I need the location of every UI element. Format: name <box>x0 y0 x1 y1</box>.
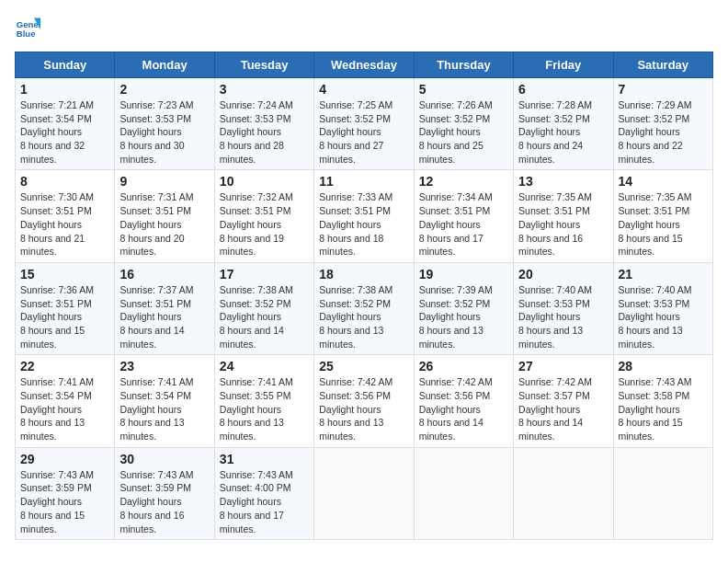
calendar-cell: 11 Sunrise: 7:33 AMSunset: 3:51 PMDaylig… <box>314 170 414 262</box>
day-number: 12 <box>419 174 508 189</box>
day-number: 2 <box>119 82 209 97</box>
svg-text:Blue: Blue <box>17 29 36 39</box>
calendar-cell <box>514 447 613 539</box>
day-info: Sunrise: 7:41 AMSunset: 3:55 PMDaylight … <box>220 376 293 442</box>
day-number: 10 <box>220 174 309 189</box>
day-info: Sunrise: 7:43 AMSunset: 3:59 PMDaylight … <box>20 469 94 534</box>
day-number: 17 <box>220 267 309 282</box>
calendar-cell: 16 Sunrise: 7:37 AMSunset: 3:51 PMDaylig… <box>115 262 214 354</box>
day-number: 24 <box>220 359 309 373</box>
day-number: 30 <box>119 452 209 466</box>
day-info: Sunrise: 7:30 AMSunset: 3:51 PMDaylight … <box>20 191 94 257</box>
calendar-cell: 9 Sunrise: 7:31 AMSunset: 3:51 PMDayligh… <box>115 170 214 262</box>
calendar-cell: 10 Sunrise: 7:32 AMSunset: 3:51 PMDaylig… <box>214 170 313 262</box>
day-info: Sunrise: 7:29 AMSunset: 3:52 PMDaylight … <box>619 99 692 165</box>
day-number: 16 <box>119 267 209 282</box>
day-info: Sunrise: 7:35 AMSunset: 3:51 PMDaylight … <box>619 191 692 257</box>
day-number: 22 <box>20 359 109 373</box>
logo: General Blue <box>15 15 40 40</box>
day-info: Sunrise: 7:36 AMSunset: 3:51 PMDaylight … <box>20 284 94 350</box>
col-header-wednesday: Wednesday <box>314 52 414 78</box>
calendar-table: SundayMondayTuesdayWednesdayThursdayFrid… <box>15 52 713 540</box>
calendar-cell: 24 Sunrise: 7:41 AMSunset: 3:55 PMDaylig… <box>214 355 313 447</box>
calendar-row: 15 Sunrise: 7:36 AMSunset: 3:51 PMDaylig… <box>16 262 713 354</box>
calendar-cell: 28 Sunrise: 7:43 AMSunset: 3:58 PMDaylig… <box>613 355 712 447</box>
calendar-cell: 23 Sunrise: 7:41 AMSunset: 3:54 PMDaylig… <box>115 355 214 447</box>
day-info: Sunrise: 7:40 AMSunset: 3:53 PMDaylight … <box>619 284 692 350</box>
day-info: Sunrise: 7:41 AMSunset: 3:54 PMDaylight … <box>119 376 193 442</box>
day-info: Sunrise: 7:38 AMSunset: 3:52 PMDaylight … <box>220 284 293 350</box>
day-number: 14 <box>619 174 708 189</box>
day-number: 19 <box>419 267 508 282</box>
calendar-cell: 19 Sunrise: 7:39 AMSunset: 3:52 PMDaylig… <box>414 262 513 354</box>
calendar-cell: 31 Sunrise: 7:43 AMSunset: 4:00 PMDaylig… <box>214 447 313 539</box>
day-number: 25 <box>319 359 408 373</box>
day-info: Sunrise: 7:32 AMSunset: 3:51 PMDaylight … <box>220 191 293 257</box>
calendar-cell: 12 Sunrise: 7:34 AMSunset: 3:51 PMDaylig… <box>414 170 513 262</box>
day-info: Sunrise: 7:42 AMSunset: 3:57 PMDaylight … <box>518 376 592 442</box>
calendar-row: 8 Sunrise: 7:30 AMSunset: 3:51 PMDayligh… <box>16 170 713 262</box>
calendar-cell: 27 Sunrise: 7:42 AMSunset: 3:57 PMDaylig… <box>514 355 613 447</box>
day-info: Sunrise: 7:38 AMSunset: 3:52 PMDaylight … <box>319 284 392 350</box>
day-number: 7 <box>619 82 708 97</box>
col-header-friday: Friday <box>514 52 613 78</box>
day-info: Sunrise: 7:41 AMSunset: 3:54 PMDaylight … <box>20 376 94 442</box>
calendar-row: 1 Sunrise: 7:21 AMSunset: 3:54 PMDayligh… <box>16 78 713 170</box>
calendar-cell: 8 Sunrise: 7:30 AMSunset: 3:51 PMDayligh… <box>16 170 115 262</box>
calendar-cell: 6 Sunrise: 7:28 AMSunset: 3:52 PMDayligh… <box>514 78 613 170</box>
day-number: 8 <box>20 174 109 189</box>
calendar-row: 22 Sunrise: 7:41 AMSunset: 3:54 PMDaylig… <box>16 355 713 447</box>
day-info: Sunrise: 7:42 AMSunset: 3:56 PMDaylight … <box>419 376 493 442</box>
day-number: 4 <box>319 82 408 97</box>
calendar-cell: 29 Sunrise: 7:43 AMSunset: 3:59 PMDaylig… <box>16 447 115 539</box>
day-number: 26 <box>419 359 508 373</box>
calendar-cell: 20 Sunrise: 7:40 AMSunset: 3:53 PMDaylig… <box>514 262 613 354</box>
calendar-cell: 5 Sunrise: 7:26 AMSunset: 3:52 PMDayligh… <box>414 78 513 170</box>
day-number: 3 <box>220 82 309 97</box>
col-header-tuesday: Tuesday <box>214 52 313 78</box>
calendar-cell: 22 Sunrise: 7:41 AMSunset: 3:54 PMDaylig… <box>16 355 115 447</box>
calendar-cell: 25 Sunrise: 7:42 AMSunset: 3:56 PMDaylig… <box>314 355 414 447</box>
calendar-cell: 4 Sunrise: 7:25 AMSunset: 3:52 PMDayligh… <box>314 78 414 170</box>
day-number: 13 <box>518 174 608 189</box>
day-number: 1 <box>20 82 109 97</box>
day-info: Sunrise: 7:43 AMSunset: 3:58 PMDaylight … <box>619 376 692 442</box>
calendar-cell: 18 Sunrise: 7:38 AMSunset: 3:52 PMDaylig… <box>314 262 414 354</box>
calendar-cell: 2 Sunrise: 7:23 AMSunset: 3:53 PMDayligh… <box>115 78 214 170</box>
col-header-sunday: Sunday <box>16 52 115 78</box>
day-number: 15 <box>20 267 109 282</box>
day-info: Sunrise: 7:35 AMSunset: 3:51 PMDaylight … <box>518 191 592 257</box>
day-info: Sunrise: 7:28 AMSunset: 3:52 PMDaylight … <box>518 99 592 165</box>
calendar-cell: 21 Sunrise: 7:40 AMSunset: 3:53 PMDaylig… <box>613 262 712 354</box>
day-number: 21 <box>619 267 708 282</box>
calendar-cell: 26 Sunrise: 7:42 AMSunset: 3:56 PMDaylig… <box>414 355 513 447</box>
day-info: Sunrise: 7:21 AMSunset: 3:54 PMDaylight … <box>20 99 94 165</box>
calendar-cell: 17 Sunrise: 7:38 AMSunset: 3:52 PMDaylig… <box>214 262 313 354</box>
calendar-cell: 30 Sunrise: 7:43 AMSunset: 3:59 PMDaylig… <box>115 447 214 539</box>
day-number: 6 <box>518 82 608 97</box>
day-info: Sunrise: 7:40 AMSunset: 3:53 PMDaylight … <box>518 284 592 350</box>
day-number: 18 <box>319 267 408 282</box>
logo-icon: General Blue <box>15 15 40 40</box>
calendar-cell: 7 Sunrise: 7:29 AMSunset: 3:52 PMDayligh… <box>613 78 712 170</box>
calendar-row: 29 Sunrise: 7:43 AMSunset: 3:59 PMDaylig… <box>16 447 713 539</box>
day-info: Sunrise: 7:43 AMSunset: 4:00 PMDaylight … <box>220 469 293 534</box>
day-number: 27 <box>518 359 608 373</box>
day-info: Sunrise: 7:31 AMSunset: 3:51 PMDaylight … <box>119 191 193 257</box>
calendar-cell <box>613 447 712 539</box>
day-number: 5 <box>419 82 508 97</box>
day-info: Sunrise: 7:33 AMSunset: 3:51 PMDaylight … <box>319 191 392 257</box>
day-number: 29 <box>20 452 109 466</box>
calendar-cell: 13 Sunrise: 7:35 AMSunset: 3:51 PMDaylig… <box>514 170 613 262</box>
day-info: Sunrise: 7:39 AMSunset: 3:52 PMDaylight … <box>419 284 493 350</box>
day-info: Sunrise: 7:26 AMSunset: 3:52 PMDaylight … <box>419 99 493 165</box>
day-info: Sunrise: 7:34 AMSunset: 3:51 PMDaylight … <box>419 191 493 257</box>
day-info: Sunrise: 7:42 AMSunset: 3:56 PMDaylight … <box>319 376 392 442</box>
day-info: Sunrise: 7:25 AMSunset: 3:52 PMDaylight … <box>319 99 392 165</box>
day-info: Sunrise: 7:23 AMSunset: 3:53 PMDaylight … <box>119 99 193 165</box>
calendar-cell: 3 Sunrise: 7:24 AMSunset: 3:53 PMDayligh… <box>214 78 313 170</box>
day-info: Sunrise: 7:37 AMSunset: 3:51 PMDaylight … <box>119 284 193 350</box>
day-number: 23 <box>119 359 209 373</box>
calendar-cell <box>414 447 513 539</box>
calendar-cell <box>314 447 414 539</box>
